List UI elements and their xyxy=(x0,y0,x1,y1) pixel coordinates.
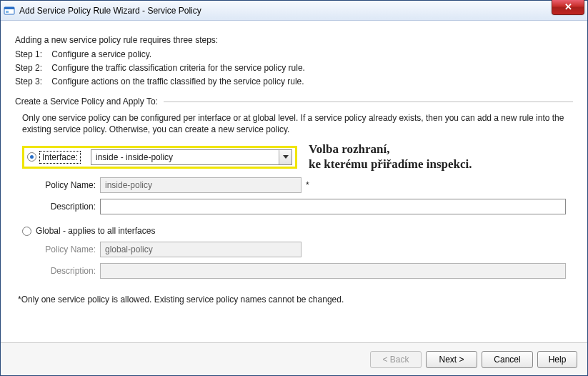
intro-text: Adding a new service policy rule require… xyxy=(15,35,573,45)
global-policy-name-input xyxy=(100,242,302,257)
global-radio[interactable] xyxy=(22,227,31,236)
global-policy-name-row: Policy Name: xyxy=(36,242,573,257)
interface-highlight: Interface: inside - inside-policy xyxy=(22,146,297,169)
back-button: < Back xyxy=(370,351,422,368)
annotation-text: Volba rozhraní, ke kterému přiřadíme ins… xyxy=(309,142,472,172)
group-header: Create a Service Policy and Apply To: xyxy=(15,97,573,107)
interface-combo-value: inside - inside-policy xyxy=(91,152,279,162)
interface-option-row: Interface: inside - inside-policy Volba … xyxy=(22,142,573,172)
annotation-line2: ke kterému přiřadíme inspekci. xyxy=(309,157,472,172)
global-description-input xyxy=(100,263,566,279)
group-label: Create a Service Policy and Apply To: xyxy=(15,97,158,107)
svg-rect-2 xyxy=(6,11,9,13)
interface-description-row: Description: xyxy=(36,199,566,214)
group-divider xyxy=(164,102,573,102)
step-3-label: Step 3: xyxy=(15,76,49,86)
wizard-window: Add Service Policy Rule Wizard - Service… xyxy=(0,0,588,376)
global-description-row: Description: xyxy=(36,263,566,279)
step-1-text: Configure a service policy. xyxy=(51,49,151,59)
chevron-down-icon[interactable] xyxy=(279,150,291,164)
cancel-button[interactable]: Cancel xyxy=(482,351,533,368)
interface-description-label: Description: xyxy=(36,202,96,212)
titlebar: Add Service Policy Rule Wizard - Service… xyxy=(1,1,587,21)
step-1-label: Step 1: xyxy=(15,49,49,59)
annotation-line1: Volba rozhraní, xyxy=(309,142,472,157)
interface-description-input[interactable] xyxy=(100,199,566,214)
step-2: Step 2: Configure the traffic classifica… xyxy=(15,63,573,73)
svg-rect-1 xyxy=(4,7,14,9)
interface-radio-label[interactable]: Interface: xyxy=(41,152,79,162)
window-title: Add Service Policy Rule Wizard - Service… xyxy=(19,6,201,16)
close-button[interactable]: ✕ xyxy=(552,0,584,15)
help-button[interactable]: Help xyxy=(537,351,577,368)
step-3-text: Configure actions on the traffic classif… xyxy=(51,76,304,86)
interface-policy-name-row: Policy Name: * xyxy=(36,177,573,193)
step-2-label: Step 2: xyxy=(15,63,49,73)
interface-radio[interactable] xyxy=(27,152,36,162)
global-radio-label[interactable]: Global - applies to all interfaces xyxy=(36,226,155,236)
interface-policy-name-label: Policy Name: xyxy=(36,180,96,190)
step-2-text: Configure the traffic classification cri… xyxy=(51,63,305,73)
app-icon xyxy=(4,5,15,16)
step-1: Step 1: Configure a service policy. xyxy=(15,49,573,59)
next-button[interactable]: Next > xyxy=(426,351,477,368)
footer: < Back Next > Cancel Help xyxy=(1,342,587,375)
content-area: Adding a new service policy rule require… xyxy=(1,21,587,305)
required-asterisk: * xyxy=(306,180,309,190)
interface-policy-name-input xyxy=(100,177,302,193)
interface-combo[interactable]: inside - inside-policy xyxy=(91,149,292,165)
global-option-row: Global - applies to all interfaces xyxy=(22,226,573,236)
global-description-label: Description: xyxy=(36,266,96,276)
global-policy-name-label: Policy Name: xyxy=(36,244,96,254)
group-hint: Only one service policy can be configure… xyxy=(22,112,573,135)
footnote: *Only one service policy is allowed. Exi… xyxy=(18,295,573,305)
step-3: Step 3: Configure actions on the traffic… xyxy=(15,76,573,86)
